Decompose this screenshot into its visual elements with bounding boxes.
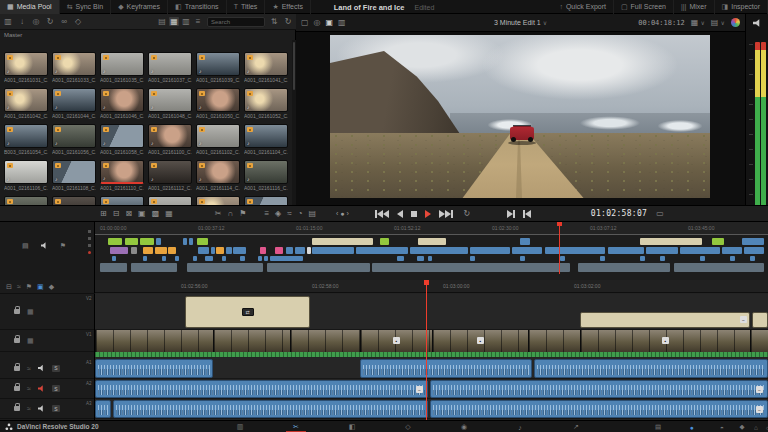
overview-clip[interactable]	[187, 263, 263, 272]
timeline-view-icon[interactable]: ▣	[326, 18, 334, 27]
transform-icon[interactable]: ◈	[275, 209, 281, 218]
trim-handle-icon[interactable]: −	[756, 386, 763, 393]
go-to-start-button[interactable]	[375, 210, 389, 218]
speaker-icon[interactable]	[41, 242, 48, 249]
media-clip[interactable]: ♪A001_02161048_C…	[148, 88, 192, 119]
timeline-ruler[interactable]: 01:02:54:0001:02:56:0001:02:58:0001:03:0…	[95, 280, 768, 293]
append-icon[interactable]: ⊟	[113, 209, 120, 218]
clip-badge-icon[interactable]: ▪	[393, 337, 400, 344]
camera-icon[interactable]: ◎	[31, 17, 41, 26]
video-clip-v1[interactable]	[95, 330, 213, 352]
overview-clip[interactable]	[380, 238, 389, 245]
topbar-button-effects[interactable]: ★Effects	[265, 0, 311, 14]
overview-clip[interactable]	[397, 256, 404, 261]
marker-icon[interactable]: ⚑	[26, 283, 32, 291]
timeline-list-icon[interactable]: ⊟	[6, 283, 12, 291]
audio-clip-a1[interactable]	[360, 359, 532, 378]
overview-clip[interactable]	[216, 247, 224, 254]
video-enable-icon[interactable]: ▦	[27, 308, 34, 316]
media-clip[interactable]: ♪A001_02161044_C…	[52, 88, 96, 119]
solo-button[interactable]: S	[52, 385, 60, 392]
clip-color-icon[interactable]: ◇	[73, 17, 83, 26]
overview-clip[interactable]	[175, 256, 179, 261]
overview-clip[interactable]	[267, 263, 370, 272]
media-clip[interactable]: ♪A001_02161046_C…	[100, 88, 144, 119]
media-clip[interactable]: ♪A001_02161108_C…	[52, 160, 96, 191]
messages-icon[interactable]: ◓	[714, 421, 730, 432]
thumbnail-view-icon[interactable]: ▦	[169, 17, 179, 26]
place-on-top-icon[interactable]: ▩	[152, 209, 160, 218]
overview-clip[interactable]	[520, 256, 525, 261]
page-color-button[interactable]: ◉	[452, 421, 476, 432]
project-manager-icon[interactable]: ▤	[650, 421, 666, 432]
snap-icon[interactable]: ∩	[228, 209, 234, 218]
tools-icon[interactable]: ≡	[264, 209, 269, 218]
marker-flag-icon[interactable]: ⚑	[239, 209, 246, 218]
overview-clip[interactable]	[143, 256, 147, 261]
source-clip-icon[interactable]: ▢	[301, 18, 309, 27]
media-clip[interactable]: ♪A001_02161052_C…	[244, 88, 288, 119]
overview-clip[interactable]	[295, 247, 305, 254]
video-clip-v2[interactable]	[752, 312, 768, 328]
topbar-button-titles[interactable]: TTitles	[227, 0, 266, 14]
smart-bin-icon[interactable]: ∞	[59, 17, 69, 26]
new-bin-icon[interactable]: ↓	[17, 17, 27, 26]
topbar-button-media-pool[interactable]: ▦Media Pool	[0, 0, 60, 14]
project-settings-icon[interactable]: ☼	[760, 421, 768, 432]
overview-clip[interactable]	[140, 238, 154, 245]
media-clip[interactable]: ♪A001_02161033_C…	[52, 52, 96, 83]
media-clip[interactable]: ♪A001_02161037_C…	[148, 52, 192, 83]
lock-icon[interactable]	[14, 386, 20, 391]
overview-clip[interactable]	[560, 256, 565, 261]
overview-clip[interactable]	[222, 256, 226, 261]
trim-handle-icon[interactable]: −	[416, 386, 423, 393]
topbar-button-quick-export[interactable]: ↑Quick Export	[552, 0, 614, 14]
clip-badge-icon[interactable]: ▪	[662, 337, 669, 344]
media-clip[interactable]: ♪A001_02161041_C…	[244, 52, 288, 83]
media-clip[interactable]: ♪A001_02161126_C…	[196, 196, 240, 205]
overview-clip[interactable]	[189, 238, 193, 245]
track-header-A1[interactable]: ≈S	[0, 358, 94, 379]
overview-clip[interactable]	[640, 238, 702, 245]
overview-clip[interactable]	[198, 247, 209, 254]
overview-clip[interactable]	[417, 256, 424, 261]
page-fairlight-button[interactable]: ♪	[508, 421, 532, 432]
overview-clip[interactable]	[110, 247, 128, 254]
overview-clip[interactable]	[660, 256, 665, 261]
overview-clip[interactable]	[211, 247, 215, 254]
close-up-icon[interactable]: ▣	[138, 209, 146, 218]
media-clip[interactable]: ♪A001_02161110_C…	[100, 160, 144, 191]
retime-badge-icon[interactable]: ⇄	[242, 308, 254, 316]
overview-marker-icon[interactable]: ⚑	[60, 242, 66, 250]
media-clip[interactable]: ♪A001_02161104_C…	[244, 124, 288, 155]
speed-icon[interactable]: ≈	[287, 209, 291, 218]
overview-clip[interactable]	[674, 263, 764, 272]
search-input[interactable]	[207, 17, 265, 27]
overview-clip[interactable]	[183, 238, 187, 245]
page-fusion-button[interactable]: ◇	[396, 421, 420, 432]
overview-clip[interactable]	[470, 256, 475, 261]
overview-clip[interactable]	[600, 256, 605, 261]
overview-clip[interactable]	[418, 238, 446, 245]
audio-clip-a1[interactable]	[95, 359, 213, 378]
overview-clip[interactable]	[608, 247, 644, 254]
overview-clip[interactable]	[156, 238, 161, 245]
media-clip[interactable]: ♪A001_02161128_C…	[244, 196, 288, 205]
topbar-button-mixer[interactable]: |||Mixer	[674, 0, 715, 14]
auto-select-icon[interactable]: ≈	[27, 385, 31, 392]
overview-clip[interactable]	[275, 247, 283, 254]
overview-clip[interactable]	[131, 247, 137, 254]
overview-clip[interactable]	[640, 256, 645, 261]
overview-clip[interactable]	[193, 256, 197, 261]
overview-clip[interactable]	[270, 256, 303, 261]
mute-icon-active[interactable]	[38, 385, 45, 392]
media-clip[interactable]: ♪A001_02161035_C…	[100, 52, 144, 83]
overview-clip[interactable]	[712, 238, 724, 245]
media-clip[interactable]: ♪B003_02161054_C…	[4, 124, 48, 155]
display-dropdown[interactable]: ▤ ∨	[711, 18, 725, 27]
keyframe-icon[interactable]: ◆	[49, 283, 54, 291]
video-enable-icon[interactable]: ▦	[27, 337, 34, 345]
overview-clip[interactable]	[240, 256, 245, 261]
lock-icon[interactable]	[14, 406, 20, 411]
media-clip[interactable]: ♪A001_02161042_C…	[4, 88, 48, 119]
